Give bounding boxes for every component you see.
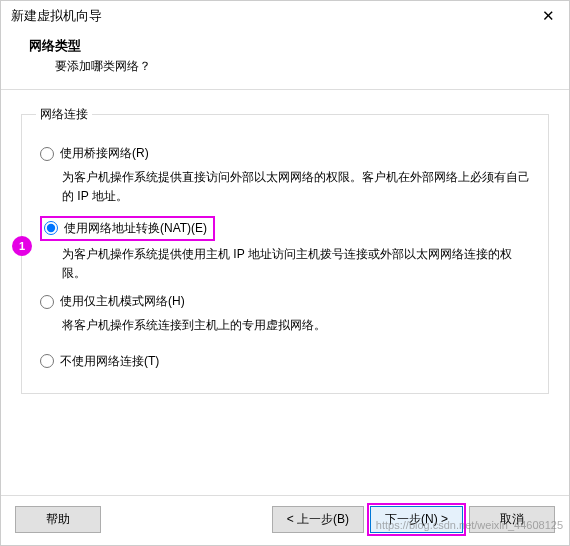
- radio-nat-desc: 为客户机操作系统提供使用主机 IP 地址访问主机拨号连接或外部以太网网络连接的权…: [62, 245, 530, 283]
- radio-none-label: 不使用网络连接(T): [60, 353, 159, 370]
- radio-hostonly[interactable]: 使用仅主机模式网络(H): [40, 293, 185, 310]
- network-group: 网络连接 使用桥接网络(R) 为客户机操作系统提供直接访问外部以太网网络的权限。…: [21, 106, 549, 394]
- highlight-nat: 使用网络地址转换(NAT)(E): [40, 216, 215, 241]
- cancel-button[interactable]: 取消: [469, 506, 555, 533]
- radio-hostonly-desc: 将客户机操作系统连接到主机上的专用虚拟网络。: [62, 316, 530, 335]
- radio-bridged-desc: 为客户机操作系统提供直接访问外部以太网网络的权限。客户机在外部网络上必须有自己的…: [62, 168, 530, 206]
- page-subtitle: 要添加哪类网络？: [29, 58, 545, 75]
- radio-hostonly-label: 使用仅主机模式网络(H): [60, 293, 185, 310]
- next-button[interactable]: 下一步(N) >: [370, 506, 463, 533]
- group-legend: 网络连接: [36, 106, 92, 123]
- radio-bridged[interactable]: 使用桥接网络(R): [40, 145, 149, 162]
- radio-nat-input[interactable]: [44, 221, 58, 235]
- window-title: 新建虚拟机向导: [11, 7, 102, 25]
- footer: 帮助 < 上一步(B) 下一步(N) > 取消: [1, 495, 569, 545]
- radio-hostonly-input[interactable]: [40, 295, 54, 309]
- close-icon[interactable]: ✕: [538, 7, 559, 25]
- option-nat: 使用网络地址转换(NAT)(E) 为客户机操作系统提供使用主机 IP 地址访问主…: [40, 216, 530, 283]
- option-bridged: 使用桥接网络(R) 为客户机操作系统提供直接访问外部以太网网络的权限。客户机在外…: [40, 145, 530, 206]
- radio-bridged-input[interactable]: [40, 147, 54, 161]
- radio-nat-label: 使用网络地址转换(NAT)(E): [64, 220, 207, 237]
- help-button[interactable]: 帮助: [15, 506, 101, 533]
- option-hostonly: 使用仅主机模式网络(H) 将客户机操作系统连接到主机上的专用虚拟网络。: [40, 293, 530, 335]
- page-title: 网络类型: [29, 37, 545, 55]
- option-none: 不使用网络连接(T): [40, 353, 530, 372]
- radio-none-input[interactable]: [40, 354, 54, 368]
- radio-bridged-label: 使用桥接网络(R): [60, 145, 149, 162]
- back-button[interactable]: < 上一步(B): [272, 506, 364, 533]
- radio-none[interactable]: 不使用网络连接(T): [40, 353, 159, 370]
- callout-1: 1: [12, 236, 32, 256]
- radio-nat[interactable]: 使用网络地址转换(NAT)(E): [44, 220, 207, 237]
